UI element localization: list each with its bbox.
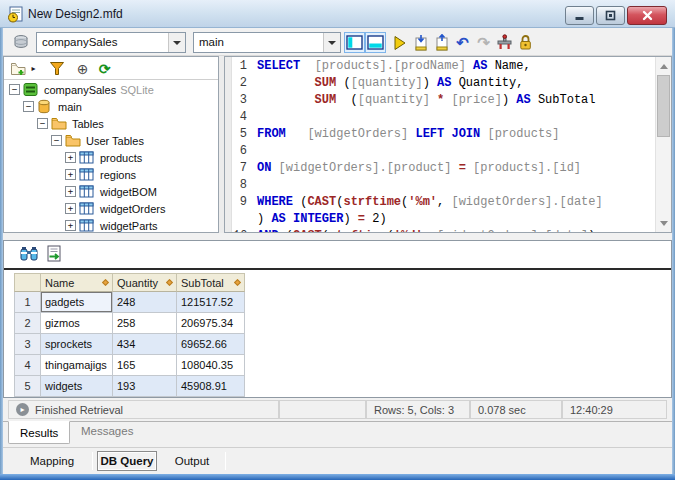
row-number-cell[interactable]: 3 <box>14 334 41 355</box>
add-datasource-button[interactable] <box>10 60 27 77</box>
result-tab-strip: Results Messages <box>3 421 672 447</box>
tree-item-regions[interactable]: +regions <box>4 166 218 183</box>
grid-cell[interactable]: 121517.52 <box>177 292 245 313</box>
schema-value: main <box>199 36 224 48</box>
tab-output[interactable]: Output <box>161 451 223 471</box>
tree-item-main[interactable]: −main <box>4 98 218 115</box>
export-sql-button[interactable] <box>431 32 452 53</box>
tab-db-query[interactable]: DB Query <box>97 451 157 471</box>
code-line[interactable]: 2 SUM ([quantity]) AS Quantity, <box>233 75 654 92</box>
schema-select[interactable]: main <box>193 32 341 53</box>
minimize-button[interactable] <box>565 6 594 25</box>
column-header-quantity[interactable]: Quantity <box>113 273 177 292</box>
connection-select[interactable]: companySales <box>36 32 186 53</box>
grid-cell[interactable]: 193 <box>113 376 177 397</box>
tree-item-companysales[interactable]: −companySalesSQLite <box>4 81 218 98</box>
expand-icon[interactable]: + <box>65 186 76 197</box>
code-line[interactable]: 8 <box>233 177 654 194</box>
grid-cell[interactable]: gizmos <box>41 313 113 334</box>
undo-button[interactable]: ↶ <box>452 32 473 53</box>
chevron-down-icon[interactable] <box>168 33 185 52</box>
title-bar[interactable]: New Design2.mfd <box>0 0 675 28</box>
editor-scrollbar[interactable] <box>655 57 671 232</box>
grid-cell[interactable]: sprockets <box>41 334 113 355</box>
grid-corner-cell <box>14 273 41 292</box>
row-number-cell[interactable]: 1 <box>14 292 41 313</box>
grid-cell[interactable]: gadgets <box>41 292 113 313</box>
row-number-cell[interactable]: 5 <box>14 376 41 397</box>
play-icon <box>392 35 407 51</box>
collapse-icon[interactable]: − <box>51 135 62 146</box>
find-button[interactable] <box>19 244 39 264</box>
grid-cell[interactable]: 108040.35 <box>177 355 245 376</box>
tree-item-products[interactable]: +products <box>4 149 218 166</box>
chevron-down-icon[interactable] <box>323 33 340 52</box>
layout-bottom-pane-button[interactable] <box>365 32 386 53</box>
query-tools-icon <box>496 34 513 51</box>
code-line[interactable]: 1SELECT [products].[prodName] AS Name, <box>233 58 654 75</box>
row-number-cell[interactable]: 2 <box>14 313 41 334</box>
import-sql-button[interactable] <box>410 32 431 53</box>
code-line[interactable]: 6 <box>233 143 654 160</box>
scroll-down-icon[interactable] <box>656 215 672 231</box>
grid-cell[interactable]: 206975.34 <box>177 313 245 334</box>
code-line[interactable]: ) AS INTEGER) = 2) <box>233 211 654 228</box>
grid-cell[interactable]: 434 <box>113 334 177 355</box>
lock-button[interactable] <box>515 32 536 53</box>
code-line[interactable]: 5FROM [widgetOrders] LEFT JOIN [products… <box>233 126 654 143</box>
grid-cell[interactable]: 69652.66 <box>177 334 245 355</box>
grid-cell[interactable]: 165 <box>113 355 177 376</box>
tree-item-widgetorders[interactable]: +widgetOrders <box>4 200 218 217</box>
redo-button[interactable]: ↷ <box>473 32 494 53</box>
tree-item-widgetparts[interactable]: +widgetParts <box>4 217 218 232</box>
grid-cell[interactable]: 258 <box>113 313 177 334</box>
grid-cell[interactable]: 248 <box>113 292 177 313</box>
grid-cell[interactable]: thingamajigs <box>41 355 113 376</box>
column-header-subtotal[interactable]: SubTotal <box>177 273 245 292</box>
column-header-name[interactable]: Name <box>41 273 113 292</box>
connection-value: companySales <box>42 36 117 48</box>
row-number-cell[interactable]: 4 <box>14 355 41 376</box>
tree-item-label: widgetBOM <box>100 186 157 198</box>
tree-item-user-tables[interactable]: −User Tables <box>4 132 218 149</box>
code-line[interactable]: 7ON [widgetOrders].[product] = [products… <box>233 160 654 177</box>
expand-icon[interactable]: + <box>65 203 76 214</box>
sql-code[interactable]: 1SELECT [products].[prodName] AS Name,2 … <box>233 58 654 232</box>
tab-messages[interactable]: Messages <box>81 425 133 437</box>
collapse-icon[interactable]: − <box>9 84 20 95</box>
expand-icon[interactable]: + <box>65 152 76 163</box>
tab-mapping[interactable]: Mapping <box>15 451 89 471</box>
export-results-button[interactable] <box>45 244 65 264</box>
sql-editor[interactable]: 1SELECT [products].[prodName] AS Name,2 … <box>224 56 672 233</box>
tree-item-widgetbom[interactable]: +widgetBOM <box>4 183 218 200</box>
code-line[interactable]: 10AND (CAST(strftime('%d', [widgetOrders… <box>233 228 654 232</box>
grid-cell[interactable]: widgets <box>41 376 113 397</box>
app-window: New Design2.mfd companySales <box>0 0 675 480</box>
grid-cell[interactable]: 45908.91 <box>177 376 245 397</box>
layout-left-pane-button[interactable] <box>344 32 365 53</box>
add-datasource-menu-button[interactable]: ▸ <box>29 60 38 77</box>
scroll-up-icon[interactable] <box>656 58 672 74</box>
window-border <box>0 474 675 480</box>
execute-query-button[interactable] <box>389 32 410 53</box>
sort-diamond-icon[interactable] <box>234 279 241 286</box>
close-button[interactable] <box>627 6 667 25</box>
sort-diamond-icon[interactable] <box>166 279 173 286</box>
filter-button[interactable] <box>48 60 65 77</box>
locate-object-button[interactable]: ⊕ <box>74 60 91 77</box>
code-line[interactable]: 9WHERE (CAST(strftime('%m', [widgetOrder… <box>233 194 654 211</box>
expand-icon[interactable]: + <box>65 220 76 231</box>
refresh-button[interactable]: ⟳ <box>96 60 113 77</box>
sort-diamond-icon[interactable] <box>102 279 109 286</box>
query-tools-button[interactable] <box>494 32 515 53</box>
tree-item-tables[interactable]: −Tables <box>4 115 218 132</box>
scrollbar-thumb[interactable] <box>657 75 670 137</box>
expand-icon[interactable]: + <box>65 169 76 180</box>
maximize-button[interactable] <box>596 6 625 25</box>
crosshair-icon: ⊕ <box>77 61 89 77</box>
code-line[interactable]: 4 <box>233 109 654 126</box>
tab-results[interactable]: Results <box>8 421 70 444</box>
code-line[interactable]: 3 SUM ([quantity] * [price]) AS SubTotal <box>233 92 654 109</box>
collapse-icon[interactable]: − <box>37 118 48 129</box>
collapse-icon[interactable]: − <box>23 101 34 112</box>
